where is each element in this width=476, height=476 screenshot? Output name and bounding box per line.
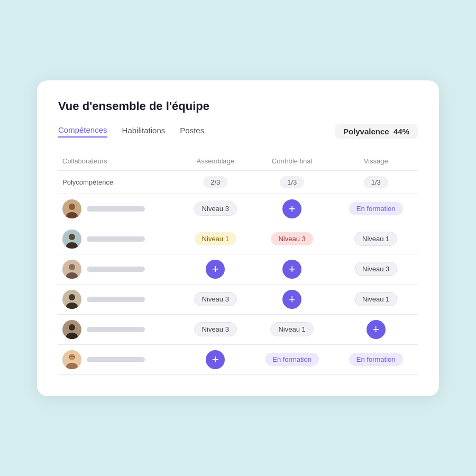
table-row: Niveau 3 + En formation [58,194,418,224]
table-row: + + Niveau 3 [58,254,418,284]
niveau-badge[interactable]: Niveau 1 [195,232,236,245]
niveau-badge[interactable]: Niveau 1 [354,292,397,306]
avatar [62,290,81,309]
collaborateur-info [62,350,177,369]
vissage-cell: En formation [334,344,418,374]
svg-point-1 [69,204,75,210]
en-formation-badge[interactable]: En formation [349,202,403,215]
collaborateur-info [62,199,177,218]
niveau-badge[interactable]: Niveau 3 [354,262,397,276]
controle-cell: + [250,194,334,224]
competences-table: Collaborateurs Assemblage Contrôle final… [58,152,418,375]
niveau-badge[interactable]: Niveau 3 [271,232,313,245]
header-vissage: Vissage [334,152,418,171]
assemblage-cell: Niveau 3 [181,284,250,314]
add-button[interactable]: + [282,199,301,218]
svg-point-4 [69,234,75,240]
avatar [62,199,81,218]
svg-point-13 [69,324,75,331]
svg-point-7 [69,264,75,270]
table-header-row: Collaborateurs Assemblage Contrôle final… [58,152,418,171]
avatar [62,350,81,369]
controle-cell: Niveau 1 [250,314,334,344]
page-title: Vue d'ensemble de l'équipe [58,99,418,113]
add-button[interactable]: + [282,260,301,279]
assemblage-cell: + [181,344,250,374]
collab-cell [58,194,181,224]
vissage-cell: + [334,314,418,344]
vissage-cell: Niveau 3 [334,254,418,284]
main-card: Vue d'ensemble de l'équipe Compétences H… [37,80,439,396]
polyvalence-badge: Polyvalence 44% [335,124,418,139]
table-row: Niveau 3 Niveau 1 + [58,314,418,344]
collaborateur-info [62,320,177,339]
name-placeholder [87,206,145,212]
polyvalence-value: 44% [393,127,409,136]
avatar [62,320,81,339]
collaborateur-info [62,230,177,249]
avatar [62,230,81,249]
polycomp-controle: 1/3 [250,170,334,194]
polycomp-label: Polycompétence [58,170,181,194]
name-placeholder [87,357,145,362]
collab-cell [58,224,181,254]
controle-cell: + [250,284,334,314]
table-row: + En formation En formation [58,344,418,374]
polycomp-vissage: 1/3 [334,170,418,194]
name-placeholder [87,236,145,242]
vissage-cell: Niveau 1 [334,284,418,314]
niveau-badge[interactable]: Niveau 3 [194,202,237,216]
header-controle: Contrôle final [250,152,334,171]
assemblage-cell: + [181,254,250,284]
assemblage-cell: Niveau 1 [181,224,250,254]
table-row: Niveau 3 + Niveau 1 [58,284,418,314]
svg-point-10 [69,294,75,300]
controle-cell: + [250,254,334,284]
assemblage-cell: Niveau 3 [181,314,250,344]
tabs-row: Compétences Habilitations Postes Polyval… [58,124,418,139]
niveau-badge[interactable]: Niveau 1 [270,322,313,336]
collab-cell [58,284,181,314]
header-collaborateurs: Collaborateurs [58,152,181,171]
polycomp-row: Polycompétence 2/3 1/3 1/3 [58,170,418,194]
header-assemblage: Assemblage [181,152,250,171]
add-button[interactable]: + [367,320,386,339]
name-placeholder [87,267,145,272]
niveau-badge[interactable]: Niveau 3 [194,292,237,306]
controle-cell: Niveau 3 [250,224,334,254]
avatar [62,260,81,279]
add-button[interactable]: + [206,260,225,279]
tabs-container: Compétences Habilitations Postes [58,125,204,138]
collaborateur-info [62,260,177,279]
niveau-badge[interactable]: Niveau 1 [354,232,397,246]
controle-cell: En formation [250,344,334,374]
polyvalence-label: Polyvalence [343,127,389,136]
collab-cell [58,344,181,374]
add-button[interactable]: + [206,350,225,369]
table-row: Niveau 1 Niveau 3 Niveau 1 [58,224,418,254]
tab-habilitations[interactable]: Habilitations [122,126,166,137]
collab-cell [58,314,181,344]
en-formation-badge[interactable]: En formation [349,353,403,366]
name-placeholder [87,297,145,302]
add-button[interactable]: + [282,290,301,309]
name-placeholder [87,327,145,332]
collaborateur-info [62,290,177,309]
collab-cell [58,254,181,284]
niveau-badge[interactable]: Niveau 3 [194,322,237,336]
tab-postes[interactable]: Postes [180,126,204,137]
vissage-cell: Niveau 1 [334,224,418,254]
assemblage-cell: Niveau 3 [181,194,250,224]
vissage-cell: En formation [334,194,418,224]
en-formation-badge[interactable]: En formation [265,353,319,366]
tab-competences[interactable]: Compétences [58,125,107,138]
polycomp-assemblage: 2/3 [181,170,250,194]
